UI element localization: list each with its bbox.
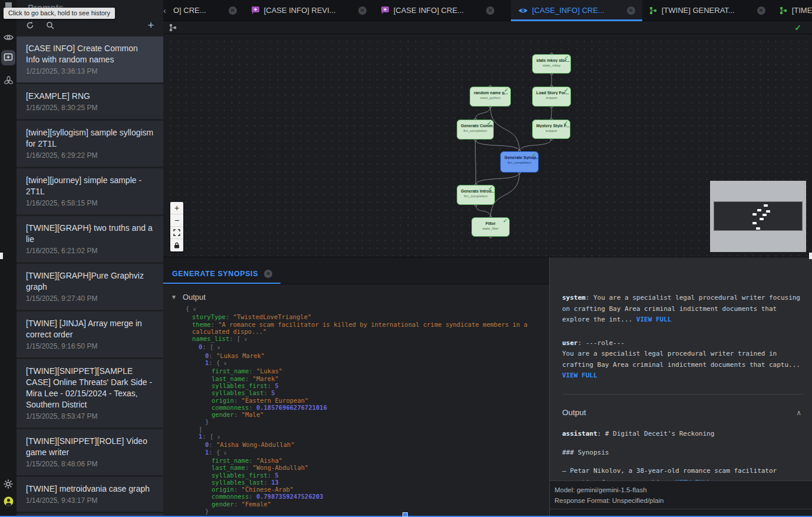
prompt-list-item[interactable]: [CASE INFO] Create Common Info with rand… [16,37,163,82]
fold-chevron-icon[interactable]: ∨ [217,345,220,350]
add-prompt-button[interactable]: + [146,20,156,31]
view-full-link[interactable]: VIEW FULL [562,372,598,379]
gear-icon[interactable] [0,476,16,492]
close-icon[interactable]: ✕ [757,6,765,15]
prompt-title: [TWINE][SNIPPET][SAMPLE CASE] Online Thr… [26,366,154,410]
graph-node-generate_synop[interactable]: ✓Generate Synop...llm_completion [500,151,539,173]
graph-canvas[interactable]: ✓ ✓state mkey stor...state_mkey✓random n… [163,21,812,257]
close-icon[interactable]: ✕ [264,270,272,278]
zoom-in-button[interactable]: + [170,202,183,214]
json-token: last_name [212,375,245,382]
json-token: : [249,404,256,411]
lock-button[interactable] [170,239,183,251]
node-check-icon: ✓ [564,87,569,93]
graph-node-generate_comm[interactable]: ✓Generate Comm...llm_completion [457,120,494,140]
message-text: — Petar Nikolov, a 38-year-old romance s… [562,467,777,475]
back-icon[interactable] [5,2,12,8]
prompt-list-item[interactable]: [EXAMPLE] RNG1/16/2025, 8:30:25 PM [16,84,163,119]
prompt-title: [TWINE][SNIPPET][ROLE] Video game writer [26,436,154,458]
json-line: { ∨ [163,305,549,313]
graph-node-random_name[interactable]: ✓random name g...exec_python [470,87,511,107]
output-json-tree[interactable]: { ∨storyType: "TwistedLoveTriangle"theme… [163,305,549,517]
resize-handle[interactable] [402,512,408,517]
fold-chevron-icon[interactable]: ∨ [224,361,227,366]
json-token: { [186,305,193,312]
message-block: user: ---role---You are a specialist leg… [562,338,804,382]
graph-node-filter[interactable]: ✓Filterstate_filter [471,217,510,237]
graph-node-load_story[interactable]: ✓Load Story For...snippet [532,87,571,107]
json-token: } [205,508,209,515]
tab-label: [CASE_INFO] CRE... [532,6,605,15]
node-check-icon: ✓ [503,218,507,224]
prompt-list-item[interactable]: [TWINE][GRAPH]Pure Graphviz graph1/15/20… [16,264,163,310]
tab-2[interactable]: [CASE INFO] REVI...✕ [244,0,374,21]
chat-plus-icon[interactable] [1,50,15,65]
avatar-icon[interactable] [0,493,16,509]
prompt-title: [TWINE][GRAPH} two truths and a lie [26,223,154,245]
close-icon[interactable]: ✕ [627,6,635,15]
refresh-icon[interactable] [25,20,35,31]
minimap-viewport[interactable] [714,201,803,231]
prompt-list-item[interactable]: [twine][journey] simple sample - 2T1L1/1… [16,168,163,214]
json-line: 1: [ ∨ [163,433,549,441]
graph-node-state_mkey[interactable]: ✓state mkey stor...state_mkey [532,54,571,74]
prompt-list-item[interactable]: [TWINE] [JINJA] Array merge in correct o… [16,311,163,357]
json-token: commonness [212,404,249,411]
node-type-label: state_mkey [533,64,570,67]
minimap-node-dot [766,210,770,213]
prompt-list-item[interactable]: [twine][syllogism] sample syllogism for … [16,121,163,167]
close-icon[interactable]: ✕ [358,6,367,15]
eye-icon[interactable] [0,29,16,45]
json-line: origin: "Eastern European" [163,397,549,404]
message-line: system: You are a specialist legal proce… [562,293,804,304]
message-text: : [578,339,586,347]
minimap-node-dot [752,222,757,224]
json-token: "TwistedLoveTriangle" [233,313,312,320]
prompt-list-item[interactable]: [TWINE][SNIPPET][SAMPLE CASE] Online Thr… [16,359,163,427]
search-icon[interactable] [45,20,55,31]
graph-node-mystery_style[interactable]: ✓Mystery Style F...snippet [532,120,570,139]
json-token: last_name [212,464,245,471]
knot-icon[interactable] [0,73,16,88]
prompt-list-item[interactable]: [TWINE][GRAPH} two truths and a lie1/16/… [16,216,163,262]
json-token: "Aisha Wong-Abdullah" [216,441,295,448]
output-section-row: ▼ Output [163,284,549,305]
assistant-output-line: ### Synopsis [562,448,804,459]
graph-node-generate_introd[interactable]: ✓Generate Introd...llm_completion [457,185,495,205]
prompts-toolbar: + [16,16,163,34]
tab-3[interactable]: [CASE INFO] CRE...✕ [374,0,501,21]
json-token: syllables_last [212,479,264,486]
json-token: : { [209,449,223,456]
fold-chevron-icon[interactable]: ∨ [224,450,227,456]
tab-6[interactable]: [TIMELINE] CASE ...✕ [773,0,812,21]
fold-chevron-icon[interactable]: ∨ [217,435,220,440]
json-token: : [264,389,272,396]
fold-chevron-icon[interactable]: ∨ [193,307,196,312]
resize-handle-left[interactable] [0,253,3,259]
output-header: Output ∧ [562,407,804,419]
tab-5[interactable]: [TWINE] GENERAT...✕ [642,0,773,21]
resize-handle-right[interactable] [809,253,812,259]
view-full-link[interactable]: VIEW FULL [636,316,672,323]
message-text: # Digital Deceit's Reckoning [605,430,714,438]
graph-valid-check-icon: ✓ [794,23,801,32]
minimap[interactable] [710,181,806,252]
close-icon[interactable]: ✕ [486,6,494,15]
chevron-down-icon[interactable]: ▼ [171,294,177,300]
zoom-out-button[interactable]: − [170,214,183,227]
chevron-up-icon[interactable]: ∧ [796,407,804,419]
fold-chevron-icon[interactable]: ∨ [245,337,247,342]
close-icon[interactable]: ✕ [229,6,237,15]
prompt-title: [TWINE][GRAPH]Pure Graphviz graph [26,270,154,293]
message-text: assistant [562,430,598,438]
history-tooltip: Click to go back, hold to see history [4,8,115,19]
tab-1[interactable]: O] CRE...✕ [166,0,244,21]
json-token: "Eastern European" [242,397,309,404]
tab-generate-synopsis[interactable]: GENERATE SYNOPSIS ✕ [163,264,280,284]
prompt-list-item[interactable]: [TWINE] metroidvania case graph1/14/2025… [16,477,163,512]
json-token: commonness [212,493,249,500]
fit-view-button[interactable] [170,227,183,239]
tab-4[interactable]: [CASE_INFO] CRE...✕ [511,0,642,21]
chat-icon [251,6,260,15]
prompt-list-item[interactable]: [TWINE][SNIPPET][ROLE] Video game writer… [16,429,163,475]
